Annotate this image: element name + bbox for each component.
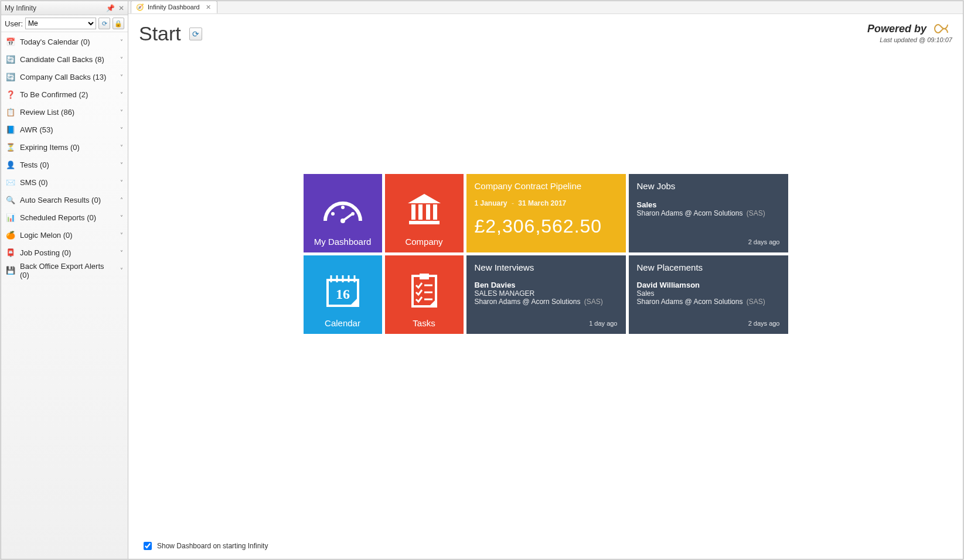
sidebar-item[interactable]: 💾Back Office Export Alerts (0)˅ <box>1 262 128 279</box>
sidebar-item[interactable]: 🍊Logic Melon (0)˅ <box>1 227 128 244</box>
tile-label: Tasks <box>413 318 435 328</box>
infinity-logo-icon <box>930 22 952 35</box>
gauge-icon <box>322 181 363 237</box>
sidebar-item-icon: 🔍 <box>6 196 15 205</box>
user-select[interactable]: Me <box>25 18 96 29</box>
job-line1: Sales <box>637 200 780 209</box>
main-area: 🧭 Infinity Dashboard ✕ Start ⟳ Powered b… <box>128 1 963 559</box>
sidebar-item[interactable]: 🔍Auto Search Results (0)˄ <box>1 192 128 209</box>
content: Start ⟳ Powered by Last updated @ 09:10:… <box>128 14 963 559</box>
tile-calendar[interactable]: 16 Calendar <box>304 255 382 334</box>
tile-label: My Dashboard <box>314 237 372 247</box>
chevron-down-icon[interactable]: ˅ <box>120 74 123 80</box>
page-title: Start <box>139 22 181 45</box>
sidebar-item-label: SMS (0) <box>20 178 115 187</box>
sidebar-item[interactable]: 📮Job Posting (0)˅ <box>1 244 128 262</box>
chevron-down-icon[interactable]: ˅ <box>120 56 123 63</box>
user-label: User: <box>5 19 23 28</box>
tile-new-jobs[interactable]: New Jobs Sales Sharon Adams @ Acorn Solu… <box>629 174 788 252</box>
sidebar-item-icon: ❓ <box>6 90 15 100</box>
show-dashboard-label: Show Dashboard on starting Infinity <box>157 542 268 550</box>
tile-pipeline[interactable]: Company Contract Pipeline 1 January - 31… <box>466 174 626 252</box>
svg-rect-6 <box>409 221 440 224</box>
tile-time: 1 day ago <box>589 320 617 327</box>
svg-rect-9 <box>426 204 430 220</box>
chevron-down-icon[interactable]: ˅ <box>120 39 123 45</box>
sidebar-item-icon: 📘 <box>6 125 15 135</box>
close-icon[interactable]: ✕ <box>118 4 124 12</box>
sidebar-item[interactable]: 📋Review List (86)˅ <box>1 104 128 121</box>
tab-label: Infinity Dashboard <box>148 4 200 11</box>
sidebar-item[interactable]: 🔄Candidate Call Backs (8)˅ <box>1 51 128 69</box>
tab-bar: 🧭 Infinity Dashboard ✕ <box>128 1 963 14</box>
tile-company[interactable]: Company <box>385 174 464 252</box>
sidebar-title-bar: My Infinity 📌 ✕ <box>1 1 128 15</box>
sidebar-item[interactable]: 📊Scheduled Reports (0)˅ <box>1 209 128 227</box>
pin-icon[interactable]: 📌 <box>106 4 115 12</box>
chevron-down-icon[interactable]: ˅ <box>120 250 123 256</box>
tile-time: 2 days ago <box>748 238 780 245</box>
tab-infinity-dashboard[interactable]: 🧭 Infinity Dashboard ✕ <box>131 1 217 13</box>
refresh-dashboard-button[interactable]: ⟳ <box>189 28 202 40</box>
svg-rect-8 <box>418 204 423 220</box>
interview-company: Sharon Adams @ Acorn Solutions (SAS) <box>475 298 618 306</box>
sidebar-item[interactable]: 👤Tests (0)˅ <box>1 156 128 174</box>
interview-name: Ben Davies <box>475 281 618 289</box>
refresh-button[interactable]: ⟳ <box>98 18 110 29</box>
clipboard-icon <box>409 262 440 318</box>
tile-tasks[interactable]: Tasks <box>385 255 464 334</box>
sidebar-item[interactable]: ❓To Be Confirmed (2)˅ <box>1 86 128 104</box>
sidebar-item-label: Auto Search Results (0) <box>20 196 115 204</box>
svg-rect-20 <box>420 274 429 279</box>
svg-point-4 <box>340 218 345 223</box>
powered-by-label: Powered by <box>867 23 926 35</box>
tile-label: Company <box>405 237 442 247</box>
placement-role: Sales <box>637 289 780 298</box>
placement-name: David Williamson <box>637 281 780 289</box>
sidebar-panel: My Infinity 📌 ✕ User: Me ⟳ 🔒 📅Today's Ca… <box>1 1 128 559</box>
sidebar-item[interactable]: 📘AWR (53)˅ <box>1 121 128 139</box>
tile-my-dashboard[interactable]: My Dashboard <box>304 174 382 252</box>
sidebar-item[interactable]: ✉️SMS (0)˅ <box>1 174 128 192</box>
sidebar-item[interactable]: ⏳Expiring Items (0)˅ <box>1 139 128 156</box>
sidebar-item-icon: 🔄 <box>6 55 15 64</box>
sidebar-item-icon: 📋 <box>6 108 15 117</box>
bank-icon <box>406 181 443 237</box>
sidebar-item-icon: 📅 <box>6 37 15 47</box>
dashboard-icon: 🧭 <box>136 4 144 11</box>
last-updated-label: Last updated @ 09:10:07 <box>867 36 952 43</box>
lock-button[interactable]: 🔒 <box>113 18 124 29</box>
chevron-down-icon[interactable]: ˅ <box>120 267 123 274</box>
sidebar-item[interactable]: 📅Today's Calendar (0)˅ <box>1 33 128 51</box>
chevron-down-icon[interactable]: ˅ <box>120 214 123 221</box>
tile-new-placements[interactable]: New Placements David Williamson Sales Sh… <box>629 255 788 334</box>
sidebar-item-icon: ⏳ <box>6 143 15 152</box>
sidebar-item-icon: 🔄 <box>6 73 15 82</box>
svg-rect-7 <box>411 204 415 220</box>
sidebar-item-icon: 💾 <box>6 266 15 275</box>
tile-grid: My Dashboard Company Company Contract Pi… <box>304 174 788 334</box>
chevron-down-icon[interactable]: ˅ <box>120 109 123 115</box>
sidebar-item-icon: 📮 <box>6 248 15 258</box>
show-dashboard-checkbox[interactable] <box>144 542 152 550</box>
sidebar-item[interactable]: 🔄Company Call Backs (13)˅ <box>1 69 128 86</box>
pipeline-amount: £2,306,562.50 <box>475 216 618 237</box>
pipeline-date-range: 1 January - 31 March 2017 <box>475 199 618 207</box>
calendar-icon: 16 <box>324 262 362 318</box>
tile-time: 2 days ago <box>748 320 780 327</box>
chevron-down-icon[interactable]: ˅ <box>120 144 123 151</box>
sidebar-item-label: Today's Calendar (0) <box>20 37 115 46</box>
svg-rect-10 <box>433 204 437 220</box>
sidebar-item-label: Logic Melon (0) <box>20 231 115 240</box>
sidebar-item-label: Expiring Items (0) <box>20 143 115 152</box>
footer-bar: Show Dashboard on starting Infinity <box>139 539 952 553</box>
chevron-up-icon[interactable]: ˄ <box>120 197 123 203</box>
chevron-down-icon[interactable]: ˅ <box>120 91 123 98</box>
chevron-down-icon[interactable]: ˅ <box>120 127 123 133</box>
tab-close-icon[interactable]: ✕ <box>203 4 211 11</box>
sidebar-item-label: Scheduled Reports (0) <box>20 213 115 222</box>
chevron-down-icon[interactable]: ˅ <box>120 179 123 186</box>
tile-new-interviews[interactable]: New Interviews Ben Davies SALES MANAGER … <box>466 255 626 334</box>
chevron-down-icon[interactable]: ˅ <box>120 232 123 238</box>
chevron-down-icon[interactable]: ˅ <box>120 162 123 168</box>
